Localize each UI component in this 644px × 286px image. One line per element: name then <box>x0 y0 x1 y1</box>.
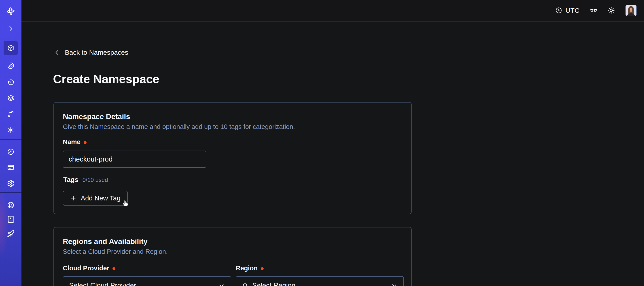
top-header: UTC <box>22 0 644 21</box>
layers-icon <box>7 94 14 102</box>
name-label-row: Name <box>63 138 86 146</box>
support-lifebuoy-icon <box>7 201 14 209</box>
sun-icon <box>608 7 615 14</box>
add-tag-button[interactable]: Add New Tag <box>63 191 128 206</box>
card-heading: Regions and Availability <box>63 237 148 246</box>
timezone-button[interactable]: UTC <box>555 7 580 14</box>
sidebar-item-nexus[interactable] <box>0 125 22 135</box>
theme-toggle-button[interactable] <box>608 7 615 14</box>
regions-card: Regions and Availability Select a Cloud … <box>54 227 412 286</box>
sidebar-item-settings[interactable] <box>0 178 22 189</box>
sidebar-item-namespaces[interactable] <box>4 41 18 55</box>
chevron-right-icon <box>7 25 14 32</box>
cloud-provider-select-value: Select Cloud Provider <box>69 282 136 286</box>
namespace-details-card: Namespace Details Give this Namespace a … <box>54 102 412 214</box>
page-title: Create Namespace <box>53 72 159 86</box>
search-icon <box>242 282 249 286</box>
tags-row: Tags 0/10 used <box>63 176 108 183</box>
chevron-down-icon <box>218 282 225 286</box>
sidebar-item-getting-started[interactable] <box>0 228 22 239</box>
namespace-name-input[interactable] <box>63 151 206 168</box>
required-dot <box>84 141 86 144</box>
required-dot <box>261 267 264 270</box>
tags-label: Tags <box>63 176 78 183</box>
pipelines-branch-icon <box>7 110 14 118</box>
avatar-image <box>626 5 636 16</box>
region-select-value: Select Region <box>252 282 296 286</box>
chevron-left-icon <box>54 49 60 56</box>
cloud-provider-label-row: Cloud Provider <box>63 265 116 272</box>
sidebar-item-workflows[interactable] <box>0 60 22 71</box>
sidebar <box>0 0 22 286</box>
chevron-down-icon <box>391 282 398 286</box>
region-label-row: Region <box>236 265 264 272</box>
sidebar-item-pipelines[interactable] <box>0 109 22 119</box>
billing-card-icon <box>7 164 14 171</box>
tags-usage-count: 0/10 used <box>82 177 108 183</box>
app-root: UTC <box>0 0 644 286</box>
sidebar-item-docs[interactable] <box>0 214 22 225</box>
sidebar-item-deployments[interactable] <box>0 93 22 103</box>
add-tag-button-label: Add New Tag <box>81 194 120 202</box>
docs-book-icon <box>7 216 14 223</box>
card-subtitle: Select a Cloud Provider and Region. <box>63 248 168 255</box>
sidebar-item-usage[interactable] <box>0 146 22 157</box>
avatar[interactable] <box>625 5 637 16</box>
accessibility-button[interactable] <box>590 7 597 14</box>
sidebar-expand-button[interactable] <box>0 23 22 34</box>
sidebar-divider <box>0 192 22 193</box>
region-select[interactable]: Select Region <box>236 276 404 286</box>
clock-icon <box>555 7 562 14</box>
temporal-logo[interactable] <box>0 6 22 16</box>
cloud-provider-select[interactable]: Select Cloud Provider <box>63 276 231 286</box>
namespaces-cube-icon <box>7 44 14 52</box>
card-heading: Namespace Details <box>63 112 130 121</box>
nexus-asterisk-icon <box>7 126 14 134</box>
sidebar-item-billing[interactable] <box>0 162 22 173</box>
settings-gear-icon <box>7 180 14 187</box>
sidebar-item-support[interactable] <box>0 200 22 211</box>
card-subtitle: Give this Namespace a name and optionall… <box>63 123 295 130</box>
getting-started-rocket-icon <box>7 230 14 238</box>
back-link-label: Back to Namespaces <box>65 49 128 56</box>
sidebar-divider <box>0 139 22 140</box>
workflows-spiral-icon <box>7 62 14 69</box>
required-dot <box>112 267 116 270</box>
name-label: Name <box>63 138 80 146</box>
region-label: Region <box>236 265 258 272</box>
timezone-label: UTC <box>566 7 580 14</box>
temporal-logo-icon <box>6 6 16 16</box>
usage-gauge-icon <box>7 148 14 156</box>
glasses-icon <box>590 7 597 14</box>
schedules-timer-icon <box>7 78 14 86</box>
cloud-provider-label: Cloud Provider <box>63 265 109 272</box>
back-link[interactable]: Back to Namespaces <box>54 49 128 56</box>
plus-icon <box>70 195 77 202</box>
sidebar-item-schedules[interactable] <box>0 77 22 87</box>
